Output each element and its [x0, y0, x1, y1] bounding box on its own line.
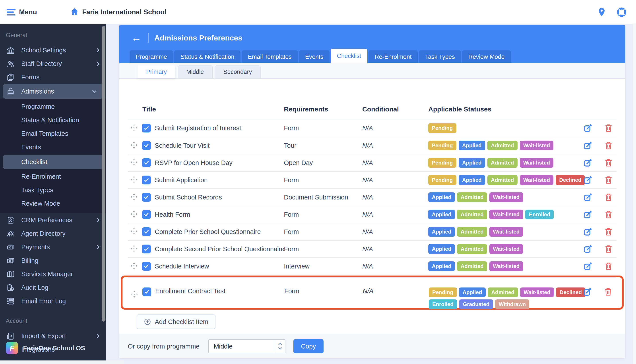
tab-programme[interactable]: Programme — [130, 50, 173, 63]
edit-icon[interactable] — [583, 288, 592, 296]
programme-select[interactable]: Middle — [208, 339, 285, 354]
row-title: Submit School Records — [155, 194, 222, 201]
row-checkbox[interactable] — [142, 244, 151, 254]
column-header-conditional: Conditional — [362, 106, 399, 113]
sidebar-item-audit-log[interactable]: Audit Log — [0, 281, 106, 294]
tab-review-mode[interactable]: Review Mode — [462, 50, 511, 63]
copy-button[interactable]: Copy — [293, 339, 324, 354]
sidebar-subitem-programme[interactable]: Programme — [0, 100, 106, 114]
sidebar-item-services-manager[interactable]: Services Manager — [0, 267, 106, 281]
delete-icon[interactable] — [604, 124, 612, 132]
subtab-middle[interactable]: Middle — [178, 66, 213, 78]
row-checkbox[interactable] — [142, 210, 151, 219]
row-checkbox[interactable] — [142, 262, 151, 271]
sidebar-item-forms[interactable]: Forms — [0, 70, 106, 84]
sidebar-item-agent-directory[interactable]: Agent Directory — [0, 227, 106, 240]
horizontal-scrollbar[interactable] — [0, 360, 124, 364]
delete-icon[interactable] — [604, 158, 612, 167]
row-checkbox[interactable] — [142, 193, 151, 202]
sidebar-item-admissions[interactable]: Admissions — [3, 84, 103, 99]
edit-icon[interactable] — [583, 262, 592, 271]
edit-icon[interactable] — [583, 141, 592, 150]
status-badge-admitted: Admitted — [487, 175, 518, 185]
sidebar-subitem-status-notification[interactable]: Status & Notification — [0, 114, 106, 127]
delete-icon[interactable] — [604, 176, 612, 184]
drag-handle-icon[interactable] — [130, 290, 138, 299]
edit-icon[interactable] — [583, 244, 592, 254]
tab-re-enrolment[interactable]: Re-Enrolment — [368, 50, 418, 63]
edit-icon[interactable] — [583, 158, 592, 167]
drag-handle-icon[interactable] — [130, 262, 138, 271]
tab-task-types[interactable]: Task Types — [419, 50, 461, 63]
sidebar-subitem-email-templates[interactable]: Email Templates — [0, 127, 106, 140]
sidebar-subitem-checklist[interactable]: Checklist — [3, 155, 103, 169]
row-checkbox[interactable] — [142, 158, 151, 167]
drag-handle-icon[interactable] — [130, 227, 138, 236]
status-badge-admitted: Admitted — [488, 288, 518, 297]
sidebar-item-crm-preferences[interactable]: CRM Preferences — [0, 214, 106, 227]
column-header-requirements: Requirements — [284, 106, 328, 113]
edit-icon[interactable] — [583, 227, 592, 236]
subtab-secondary[interactable]: Secondary — [215, 66, 261, 78]
row-checkbox[interactable] — [142, 141, 151, 150]
delete-icon[interactable] — [604, 210, 612, 219]
admissions-submenu: ProgrammeStatus & NotificationEmail Temp… — [0, 99, 106, 214]
page-scrollbar[interactable] — [633, 0, 636, 364]
sidebar-subitem-review-mode[interactable]: Review Mode — [0, 197, 106, 210]
drag-handle-icon[interactable] — [130, 210, 138, 219]
subtab-primary[interactable]: Primary — [137, 66, 175, 78]
menu-button[interactable]: Menu — [7, 8, 37, 16]
row-checkbox[interactable] — [142, 288, 151, 296]
row-conditional: N/A — [363, 288, 373, 295]
edit-icon[interactable] — [583, 124, 592, 132]
help-lifebuoy-icon[interactable] — [616, 7, 627, 17]
school-home-link[interactable]: Faria International School — [70, 7, 166, 17]
add-checklist-item-button[interactable]: Add Checklist Item — [137, 314, 216, 329]
drag-handle-icon[interactable] — [130, 244, 138, 254]
sidebar-item-school-settings[interactable]: School Settings — [0, 44, 106, 57]
sidebar-subitem-re-enrolment[interactable]: Re-Enrolment — [0, 170, 106, 183]
tab-events[interactable]: Events — [299, 50, 330, 63]
status-badge-pending: Pending — [428, 141, 456, 150]
location-pin-icon[interactable] — [597, 7, 606, 17]
drag-handle-icon[interactable] — [130, 124, 138, 132]
sidebar-scrollbar[interactable] — [102, 26, 105, 322]
row-checkbox[interactable] — [142, 227, 151, 236]
chevron-right-icon — [95, 218, 99, 222]
tab-email-templates[interactable]: Email Templates — [242, 50, 298, 63]
sidebar-item-billing[interactable]: Billing — [0, 254, 106, 267]
edit-icon[interactable] — [583, 210, 592, 219]
back-button[interactable]: ← — [131, 33, 141, 43]
select-spinner[interactable] — [275, 340, 285, 353]
delete-icon[interactable] — [604, 288, 612, 296]
status-badge-admitted: Admitted — [457, 262, 487, 271]
row-actions — [583, 141, 612, 150]
row-statuses: AppliedAdmittedWait-listed — [428, 227, 605, 236]
checklist-row-schedule-interview: Schedule Interview Interview N/A Applied… — [128, 258, 616, 275]
drag-handle-icon[interactable] — [130, 141, 138, 150]
delete-icon[interactable] — [604, 141, 612, 150]
tab-checklist[interactable]: Checklist — [331, 49, 367, 63]
delete-icon[interactable] — [604, 244, 612, 254]
delete-icon[interactable] — [604, 193, 612, 202]
sidebar-item-payments[interactable]: Payments — [0, 240, 106, 254]
edit-icon[interactable] — [583, 176, 592, 184]
row-checkbox[interactable] — [142, 176, 151, 184]
status-badge-applied: Applied — [428, 227, 455, 236]
brand-name: FariaOne School OS — [23, 344, 85, 352]
sidebar-subitem-events[interactable]: Events — [0, 140, 106, 154]
sidebar-subitem-task-types[interactable]: Task Types — [0, 183, 106, 197]
sidebar-item-email-error-log[interactable]: Email Error Log — [0, 294, 106, 308]
drag-handle-icon[interactable] — [130, 193, 138, 202]
row-title: Complete Second Prior School Questionnai… — [155, 246, 284, 253]
brand-row[interactable]: F FariaOne School OS — [0, 339, 106, 357]
drag-handle-icon[interactable] — [130, 176, 138, 184]
edit-icon[interactable] — [583, 193, 592, 202]
sidebar-item-staff-directory[interactable]: Staff Directory — [0, 57, 106, 70]
row-checkbox[interactable] — [142, 124, 151, 132]
delete-icon[interactable] — [604, 227, 612, 236]
status-badge-wait-listed: Wait-listed — [489, 244, 523, 254]
delete-icon[interactable] — [604, 262, 612, 271]
tab-status-notification[interactable]: Status & Notification — [174, 50, 241, 63]
drag-handle-icon[interactable] — [130, 158, 138, 167]
